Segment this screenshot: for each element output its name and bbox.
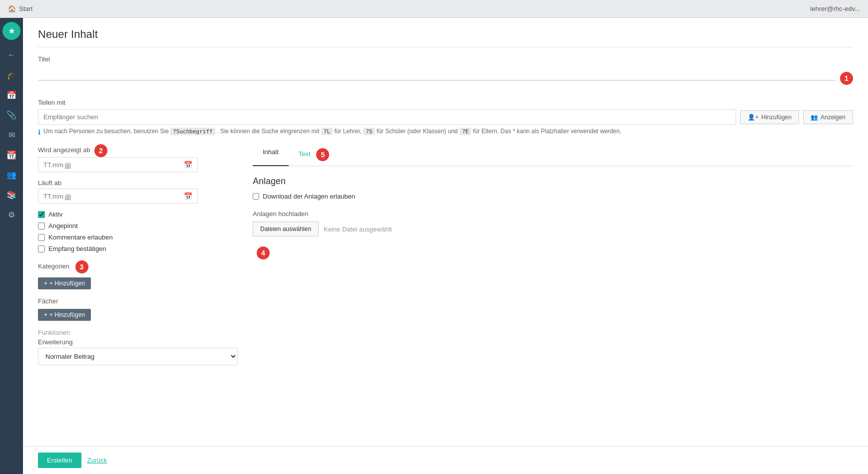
dateien-button[interactable]: Dateien auswählen: [253, 222, 319, 237]
date-input-end[interactable]: 📅: [38, 189, 198, 204]
plus-icon-kategorien: +: [44, 280, 47, 287]
person-add-icon: 👤+: [748, 114, 759, 121]
sidebar-item-paperclip[interactable]: 📎: [2, 106, 20, 124]
anzeigen-button[interactable]: 👥 Anzeigen: [803, 110, 853, 124]
sidebar-item-graduation[interactable]: 🎓: [2, 66, 20, 84]
sidebar-item-books[interactable]: 📚: [2, 186, 20, 204]
calendar-end-icon[interactable]: 📅: [184, 192, 192, 200]
date-start-field[interactable]: [43, 161, 184, 169]
page-title: Neuer Inhalt: [38, 28, 853, 47]
funktionen-section: Funktionen Erweiterung Normaler Beitrag: [38, 329, 238, 365]
content-area: Neuer Inhalt Titel 1 Teilen mit 👤+ Hinzu…: [23, 18, 868, 474]
badge-4: 4: [257, 246, 270, 259]
sidebar-item-mail[interactable]: ✉: [2, 126, 20, 144]
date-input-start[interactable]: 📅: [38, 157, 198, 172]
share-section: Teilen mit 👤+ Hinzufügen 👥 Anzeigen ℹ Um…: [38, 99, 853, 136]
erweiterung-select[interactable]: Normaler Beitrag: [38, 348, 238, 365]
erstellen-button[interactable]: Erstellen: [38, 453, 81, 468]
two-col: Wird angezeigt ab 2 📅 Läuft ab 📅: [38, 144, 853, 365]
date-end-field[interactable]: [43, 193, 184, 200]
empfang-checkbox[interactable]: [38, 245, 45, 252]
sidebar-item-back[interactable]: ←: [2, 46, 20, 64]
badge-2: 2: [94, 144, 107, 157]
funktionen-title: Funktionen: [38, 329, 238, 336]
logo[interactable]: ★: [2, 22, 20, 40]
plus-icon-facher: +: [44, 311, 47, 318]
anlagen-panel: Anlagen Download der Anlagen erlauben An…: [253, 176, 853, 259]
empfang-label: Empfang bestätigen: [48, 245, 106, 252]
date-group-start: Wird angezeigt ab 2 📅: [38, 144, 238, 172]
share-input-row: 👤+ Hinzufügen 👥 Anzeigen: [38, 109, 853, 125]
bottom-actions: Erstellen Zurück: [23, 446, 868, 474]
empfang-row: Empfang bestätigen: [38, 245, 238, 252]
sidebar-item-calendar2[interactable]: 📆: [2, 146, 20, 164]
sidebar-item-calendar[interactable]: 📅: [2, 86, 20, 104]
tab-inhalt[interactable]: Inhalt: [253, 144, 289, 166]
home-icon: 🏠: [8, 5, 16, 12]
date-group-end: Läuft ab 📅: [38, 179, 238, 204]
left-col: Wird angezeigt ab 2 📅 Läuft ab 📅: [38, 144, 238, 365]
download-row: Download der Anlagen erlauben: [253, 193, 853, 200]
kategorien-section: Kategorien 3: [38, 260, 238, 273]
tab-text[interactable]: Text 5: [289, 144, 339, 166]
calendar-start-icon[interactable]: 📅: [184, 161, 192, 169]
user-label: lehrer@rhc-edv...: [810, 5, 860, 12]
lauft-label: Läuft ab: [38, 179, 238, 187]
upload-row: Dateien auswählen Keine Datei ausgewählt: [253, 222, 853, 237]
anlagen-title: Anlagen: [253, 176, 853, 187]
download-checkbox[interactable]: [253, 193, 259, 200]
title-input[interactable]: [38, 66, 836, 81]
aktiv-checkbox[interactable]: [38, 211, 45, 218]
person-view-icon: 👥: [811, 114, 818, 121]
aktiv-row: Aktiv: [38, 211, 238, 218]
home-link[interactable]: Start: [19, 5, 32, 12]
facher-add-button[interactable]: + + Hinzufügen: [38, 309, 91, 321]
erweiterung-label: Erweiterung: [38, 338, 238, 346]
facher-section: Fächer: [38, 297, 238, 305]
kategorien-add-button[interactable]: + + Hinzufügen: [38, 277, 91, 289]
breadcrumb: 🏠 Start: [8, 5, 32, 12]
right-col: Inhalt Text 5 Anlagen Download der Anlag…: [253, 144, 853, 365]
angepinnt-checkbox[interactable]: [38, 223, 45, 230]
angepinnt-row: Angepinnt: [38, 222, 238, 230]
kommentare-checkbox[interactable]: [38, 234, 45, 241]
top-bar: 🏠 Start lehrer@rhc-edv...: [0, 0, 868, 18]
teilen-label: Teilen mit: [38, 99, 853, 106]
download-label: Download der Anlagen erlauben: [263, 193, 355, 200]
kommentare-row: Kommentare erlauben: [38, 234, 238, 241]
kommentare-label: Kommentare erlauben: [48, 234, 113, 241]
badge-1: 1: [840, 72, 853, 85]
sidebar: ★ ← 🎓 📅 📎 ✉ 📆 👥 📚 ⚙: [0, 18, 23, 474]
titel-label: Titel: [38, 55, 853, 63]
hinzufugen-button[interactable]: 👤+ Hinzufügen: [740, 110, 799, 124]
no-file-text: Keine Datei ausgewählt: [324, 226, 392, 233]
info-icon: ℹ: [38, 128, 40, 136]
sidebar-item-settings[interactable]: ⚙: [2, 206, 20, 224]
main-layout: ★ ← 🎓 📅 📎 ✉ 📆 👥 📚 ⚙ Neuer Inhalt Titel 1…: [0, 18, 868, 474]
badge-3: 3: [75, 260, 88, 273]
sidebar-item-people[interactable]: 👥: [2, 166, 20, 184]
share-input[interactable]: [38, 109, 736, 125]
hint-text: ℹ Um nach Personen zu besuchen, benutzen…: [38, 128, 853, 136]
wird-label: Wird angezeigt ab: [38, 146, 90, 154]
tabs: Inhalt Text 5: [253, 144, 853, 166]
badge-5: 5: [316, 148, 329, 161]
angepinnt-label: Angepinnt: [48, 222, 78, 230]
zuruck-button[interactable]: Zurück: [87, 457, 107, 464]
aktiv-label: Aktiv: [48, 211, 62, 218]
hochladen-label: Anlagen hochladen: [253, 210, 853, 218]
